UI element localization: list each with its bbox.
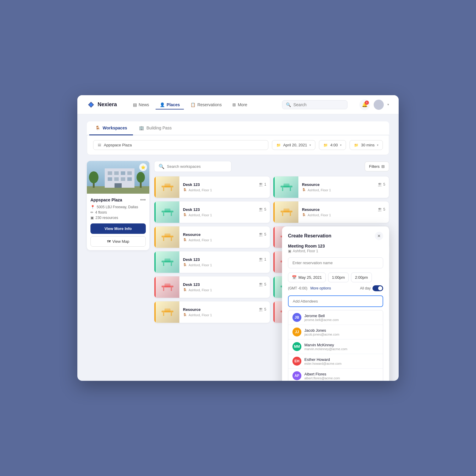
workspace-card-header: Resource 5 [183,232,266,237]
attendee-info: Albert Flores albert.flores@acme.com [304,372,379,380]
date-filter[interactable]: 📁 April 20, 2021 ▾ [272,140,315,150]
workspace-name: Desk 123 [183,257,200,262]
workspace-name: Desk 123 [183,207,200,212]
capacity-icon [259,258,263,261]
svg-rect-8 [127,171,132,175]
workspace-search-input[interactable] [167,164,227,169]
modal-room-name: Meeting Room 123 [288,244,383,248]
workspace-card[interactable]: Desk 123 1 🪑 Ashford, Floor 1 [154,176,270,198]
attendee-item[interactable]: AF Albert Flores albert.flores@acme.com [288,369,383,381]
desk-thumbnail-icon [160,206,175,218]
attendees-input[interactable] [288,295,383,307]
attendee-avatar: MM [292,342,301,351]
view-map-button[interactable]: 🗺 View Map [90,236,146,247]
workspace-card-header: Desk 123 5 [183,207,266,212]
desk-icon: 🪑 [183,313,187,317]
end-time-button[interactable]: 2:00pm [351,273,372,282]
workspace-card[interactable]: Resource 5 🪑 Ashford, Floor 1 [273,176,389,198]
desk-thumbnail-icon [279,206,294,218]
date-picker-button[interactable]: 📅 May 25, 2021 [288,273,326,282]
workspace-image [156,251,179,273]
header: Nexiera ▤ News 👤 Places 📋 Reservations ⊞… [77,95,399,114]
workspace-card[interactable]: Resource 5 🪑 Ashford, Floor 1 [154,301,270,323]
main-nav: ▤ News 👤 Places 📋 Reservations ⊞ More [129,100,270,109]
building-info: Appspace Plaza ••• 📍 5005 LBJ Freeway, D… [87,194,149,250]
reservations-icon: 📋 [190,102,195,107]
nav-item-more[interactable]: ⊞ More [228,100,251,109]
building-address: 📍 5005 LBJ Freeway, Dallas [90,205,146,209]
attendee-item[interactable]: JB Jerome Bell jerome.bell@acme.com [288,310,383,325]
chevron-down-icon[interactable]: ▾ [387,103,389,107]
reservation-name-input[interactable] [288,257,383,268]
workspace-location: 🪑 Ashford, Floor 1 [183,238,266,242]
svg-rect-17 [163,187,164,191]
workspace-image [156,276,179,298]
time-caret: ▾ [340,143,342,147]
svg-point-15 [137,172,145,183]
workspace-name: Resource [183,232,201,237]
workspace-card[interactable]: Desk 123 5 🪑 Ashford, Floor 1 [154,201,270,223]
svg-rect-7 [121,171,125,175]
attendee-info: Jacob Jones jacob.jones@acme.com [304,328,379,336]
duration-filter[interactable]: 📁 30 mins ▾ [350,140,383,150]
main-layout: ⭐ Appspace Plaza ••• 📍 5005 LBJ Freeway,… [87,161,389,323]
notification-button[interactable]: 🔔 1 [359,99,370,110]
desk-thumbnail-icon [279,181,294,193]
modal-body: Meeting Room 123 ▣ Ashford, Floor 1 📅 M [282,244,389,381]
svg-rect-29 [163,212,164,216]
svg-point-69 [261,283,262,285]
workspace-search[interactable]: 🔍 [154,161,231,172]
attendee-item[interactable]: EH Esther Howard ester.howard@acme.com [288,354,383,369]
workspace-capacity: 1 [259,182,266,187]
tab-building-pass[interactable]: 🏢 Building Pass [133,121,178,135]
left-panel: ⭐ Appspace Plaza ••• 📍 5005 LBJ Freeway,… [87,161,149,323]
svg-rect-18 [171,187,172,191]
search-input[interactable] [293,102,344,107]
duration-caret: ▾ [377,143,378,147]
workspace-card[interactable]: Desk 123 1 🪑 Ashford, Floor 1 [154,251,270,273]
duration-icon: 📁 [354,143,358,147]
view-more-info-button[interactable]: View More Info [90,223,146,234]
workspace-card[interactable]: Resource 5 🪑 Ashford, Floor 1 [273,201,389,223]
workspace-image [156,226,179,248]
attendee-item[interactable]: JJ Jacob Jones jacob.jones@acme.com [288,325,383,339]
global-search[interactable]: 🔍 [282,100,347,109]
svg-rect-12 [127,177,132,181]
svg-rect-65 [163,287,164,291]
svg-rect-5 [108,171,112,175]
nav-item-news[interactable]: ▤ News [129,100,153,109]
workspace-location: 🪑 Ashford, Floor 1 [183,188,266,192]
workspace-card[interactable]: Desk 123 5 🪑 Ashford, Floor 1 [154,276,270,298]
favorite-button[interactable]: ⭐ [139,163,147,171]
nav-item-reservations[interactable]: 📋 Reservations [186,100,226,109]
svg-rect-67 [165,284,170,287]
modal-close-button[interactable]: ✕ [375,232,383,240]
workspace-card[interactable]: Resource 5 🪑 Ashford, Floor 1 [154,226,270,248]
svg-rect-41 [163,237,164,241]
building-resources: ▣ 230 resources [90,216,146,220]
modal-options-row: (GMT -6:00) More options All day [288,285,383,291]
filters-button[interactable]: Filters ⊟ [365,162,389,171]
logo[interactable]: Nexiera [87,101,117,109]
location-filter[interactable]: 🏛 Appspace Plaza [93,140,268,150]
more-options-link[interactable]: More options [310,286,331,290]
attendee-avatar: EH [292,357,301,366]
start-time-button[interactable]: 1:00pm [328,273,349,282]
user-avatar[interactable] [374,100,384,110]
nav-item-places[interactable]: 👤 Places [156,100,184,109]
search-icon: 🔍 [286,102,291,107]
workspace-capacity: 5 [259,307,266,311]
capacity-icon [259,308,263,311]
room-location-icon: ▣ [288,249,291,253]
all-day-label: All day [360,286,371,290]
workspace-image [156,176,179,198]
logo-icon [87,101,95,109]
svg-point-81 [261,308,262,310]
attendee-item[interactable]: MM Marvin McKinney marvin.mckinney@acme.… [288,339,383,354]
building-more-button[interactable]: ••• [140,197,146,203]
tab-workspaces[interactable]: 🪑 Workspaces [89,121,133,135]
time-filter[interactable]: 📁 4:00 ▾ [319,140,346,150]
svg-rect-37 [284,209,289,212]
workspace-image [275,201,298,223]
all-day-toggle-track[interactable] [372,285,383,291]
